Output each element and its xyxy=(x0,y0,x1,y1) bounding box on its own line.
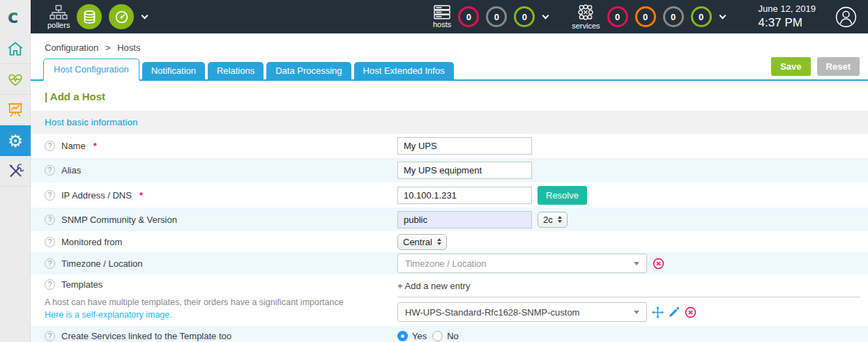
select-stepper-icon xyxy=(437,238,441,245)
services-critical-badge[interactable]: 0 xyxy=(607,6,628,27)
breadcrumb-separator: > xyxy=(105,42,111,53)
tab-relations[interactable]: Relations xyxy=(208,62,264,79)
timezone-placeholder: Timezone / Location xyxy=(405,258,487,269)
form-row-alias: Alias xyxy=(31,158,868,182)
alias-input[interactable] xyxy=(397,162,532,179)
pollers-label: pollers xyxy=(47,21,70,29)
poller-database-status-button[interactable] xyxy=(77,4,102,29)
save-button[interactable]: Save xyxy=(771,57,810,76)
pencil-icon xyxy=(669,306,680,318)
pollers-menu[interactable]: pollers xyxy=(47,5,70,29)
help-icon[interactable] xyxy=(45,258,55,269)
radio-no[interactable] xyxy=(432,331,443,341)
gear-icon: ⚙ xyxy=(8,132,23,150)
section-header-host-basic-information: Host basic information xyxy=(31,111,868,134)
pollers-chevron-down-icon[interactable] xyxy=(142,13,149,20)
hosts-up-badge[interactable]: 0 xyxy=(514,6,535,27)
templates-helper-link[interactable]: Here is a self-explanatory image. xyxy=(45,310,397,320)
help-icon[interactable] xyxy=(45,237,55,247)
help-icon[interactable] xyxy=(45,279,55,290)
dropdown-caret-icon xyxy=(634,311,639,314)
database-icon xyxy=(82,10,97,24)
services-chevron-down-icon[interactable] xyxy=(719,13,726,20)
tab-bar: Host Configuration Notification Relation… xyxy=(31,60,868,81)
template-delete-button[interactable] xyxy=(685,306,696,318)
snmp-version-select[interactable]: 2c xyxy=(538,212,568,228)
help-icon[interactable] xyxy=(45,331,55,341)
snmp-community-input[interactable] xyxy=(397,211,532,228)
tab-data-processing[interactable]: Data Processing xyxy=(266,62,351,79)
sidebar-item-monitoring[interactable] xyxy=(0,64,31,95)
add-new-entry-link[interactable]: + Add a new entry xyxy=(397,281,470,291)
centreon-logo-icon: c xyxy=(6,8,24,26)
template-edit-button[interactable] xyxy=(669,306,680,318)
help-icon[interactable] xyxy=(45,190,55,201)
sidebar: ⚙ xyxy=(0,33,31,342)
radio-yes-label[interactable]: Yes xyxy=(412,331,427,341)
poller-latency-status-button[interactable] xyxy=(109,4,134,29)
pollers-icon xyxy=(50,5,68,20)
sidebar-item-home[interactable] xyxy=(0,33,31,64)
dropdown-caret-icon xyxy=(634,262,639,265)
tab-notification[interactable]: Notification xyxy=(142,62,205,79)
select-stepper-icon xyxy=(558,216,562,223)
tab-host-extended-infos[interactable]: Host Extended Infos xyxy=(354,62,454,79)
help-icon[interactable] xyxy=(45,141,55,151)
name-label: Name xyxy=(61,141,86,151)
radio-no-label[interactable]: No xyxy=(447,331,459,341)
breadcrumb-configuration-link[interactable]: Configuration xyxy=(45,42,98,53)
template-select[interactable]: HW-UPS-Standard-Rfc1628-SNMP-custom xyxy=(397,302,647,322)
create-services-label: Create Services linked to the Template t… xyxy=(61,331,231,341)
hosts-menu[interactable]: hosts xyxy=(433,5,451,29)
services-unknown-badge[interactable]: 0 xyxy=(663,6,684,27)
monitored-from-label: Monitored from xyxy=(61,237,122,247)
snmp-label: SNMP Community & Version xyxy=(61,215,177,225)
hosts-chevron-down-icon[interactable] xyxy=(542,13,549,20)
main-content: Configuration > Hosts Host Configuration… xyxy=(31,33,868,342)
user-profile-button[interactable] xyxy=(835,6,857,28)
centreon-logo[interactable]: c xyxy=(0,0,31,33)
topbar: c pollers xyxy=(0,0,868,33)
services-menu[interactable]: services xyxy=(572,4,600,30)
name-input[interactable] xyxy=(397,137,532,155)
sidebar-item-reporting[interactable] xyxy=(0,95,31,125)
template-selected-value: HW-UPS-Standard-Rfc1628-SNMP-custom xyxy=(405,307,579,318)
page-title: | Add a Host xyxy=(31,81,868,111)
hosts-unreachable-badge[interactable]: 0 xyxy=(486,6,507,27)
form-row-ip-address: IP Address / DNS * Resolve xyxy=(31,182,868,208)
radio-yes[interactable] xyxy=(397,331,408,341)
monitored-from-select[interactable]: Central xyxy=(397,234,447,250)
breadcrumb-hosts-link[interactable]: Hosts xyxy=(117,42,140,53)
delete-circle-icon xyxy=(685,306,696,318)
services-warning-badge[interactable]: 0 xyxy=(635,6,656,27)
hosts-icon xyxy=(434,5,450,20)
resolve-button[interactable]: Resolve xyxy=(538,186,587,205)
form-row-snmp: SNMP Community & Version 2c xyxy=(31,208,868,231)
sidebar-item-administration[interactable] xyxy=(0,156,31,187)
services-icon xyxy=(577,4,594,21)
hosts-label: hosts xyxy=(433,20,451,29)
template-move-button[interactable] xyxy=(652,306,664,318)
clock-time: 4:37 PM xyxy=(759,15,816,30)
timezone-clear-button[interactable] xyxy=(653,258,664,270)
breadcrumb: Configuration > Hosts xyxy=(31,33,868,60)
help-icon[interactable] xyxy=(45,215,55,225)
form-row-monitored-from: Monitored from Central xyxy=(31,231,868,252)
move-icon xyxy=(652,306,664,318)
form-row-name: Name * xyxy=(31,134,868,158)
services-label: services xyxy=(572,22,600,30)
tab-host-configuration[interactable]: Host Configuration xyxy=(43,59,139,81)
services-ok-badge[interactable]: 0 xyxy=(691,6,712,27)
form-row-templates: Templates A host can have multiple templ… xyxy=(31,274,868,326)
ip-address-input[interactable] xyxy=(397,187,532,204)
help-icon[interactable] xyxy=(45,165,55,176)
clock-date: June 12, 2019 xyxy=(759,3,816,15)
form-row-create-services: Create Services linked to the Template t… xyxy=(31,326,868,342)
timezone-select[interactable]: Timezone / Location xyxy=(397,254,647,273)
gauge-icon xyxy=(114,10,129,24)
reset-button[interactable]: Reset xyxy=(817,57,860,76)
sidebar-item-configuration[interactable]: ⚙ xyxy=(0,125,31,156)
hosts-down-badge[interactable]: 0 xyxy=(458,6,479,27)
delete-circle-icon xyxy=(653,258,664,270)
timezone-label: Timezone / Location xyxy=(61,258,143,269)
